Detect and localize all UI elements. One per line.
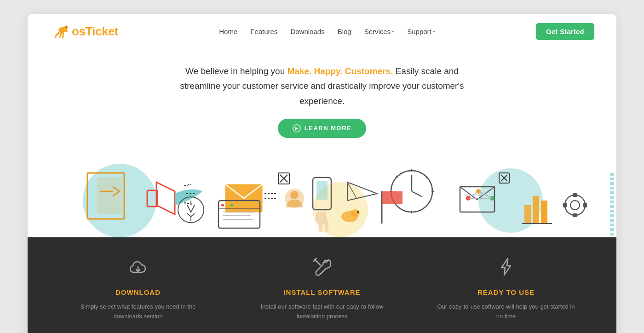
nav-link-features[interactable]: Features <box>250 28 277 35</box>
svg-point-64 <box>226 204 229 207</box>
svg-rect-48 <box>573 213 577 217</box>
feature-download-title: DOWNLOAD <box>69 288 207 296</box>
logo-label: osTicket <box>72 24 118 39</box>
feature-ready-desc: Our easy-to-use software will help you g… <box>437 302 575 322</box>
nav-links: Home Features Downloads Blog Services ▾ … <box>219 28 435 36</box>
logo-os: os <box>72 24 85 38</box>
logo[interactable]: osTicket <box>50 23 118 40</box>
get-started-button[interactable]: Get Started <box>536 23 594 40</box>
nav-item-services[interactable]: Services ▾ <box>364 28 395 35</box>
svg-line-12 <box>184 184 191 186</box>
lightning-icon <box>437 256 575 282</box>
svg-rect-49 <box>563 203 567 207</box>
svg-rect-43 <box>541 201 547 224</box>
play-icon: ▶ <box>293 124 301 132</box>
hero-illustration <box>28 145 616 237</box>
svg-rect-47 <box>573 193 577 197</box>
svg-rect-10 <box>97 178 122 214</box>
wrench-icon <box>253 256 391 282</box>
main-card: osTicket Home Features Downloads Blog Se… <box>28 14 616 333</box>
svg-line-78 <box>315 258 316 259</box>
nav-item-support[interactable]: Support ▾ <box>407 28 435 35</box>
svg-rect-50 <box>583 203 587 207</box>
navigation: osTicket Home Features Downloads Blog Se… <box>28 14 616 49</box>
svg-point-3 <box>66 27 67 28</box>
svg-point-53 <box>357 211 359 213</box>
cloud-download-icon <box>69 256 207 282</box>
feature-install: INSTALL SOFTWARE Install our software fa… <box>253 256 391 322</box>
nav-item-features[interactable]: Features <box>250 28 277 36</box>
svg-rect-41 <box>524 205 531 224</box>
hero-text: We believe in helping you Make. Happy. C… <box>166 64 478 109</box>
nav-item-home[interactable]: Home <box>219 28 237 36</box>
svg-point-65 <box>230 204 233 207</box>
nav-link-support: Support <box>407 28 431 35</box>
hero-section: We believe in helping you Make. Happy. C… <box>28 49 616 138</box>
feature-download-desc: Simply select what features you need in … <box>69 302 207 322</box>
learn-more-button[interactable]: ▶ LEARN MORE <box>278 119 366 138</box>
svg-point-5 <box>61 30 63 32</box>
svg-point-45 <box>565 195 585 215</box>
illustration-svg <box>28 145 616 237</box>
chevron-down-icon-support: ▾ <box>433 29 435 34</box>
feature-download: DOWNLOAD Simply select what features you… <box>69 256 207 322</box>
nav-dropdown-support[interactable]: Support ▾ <box>407 28 435 35</box>
feature-install-title: INSTALL SOFTWARE <box>253 288 391 296</box>
nav-link-downloads[interactable]: Downloads <box>290 28 324 35</box>
learn-more-label: LEARN MORE <box>305 125 351 132</box>
nav-dropdown-services[interactable]: Services ▾ <box>364 28 395 35</box>
svg-rect-42 <box>533 196 539 224</box>
svg-line-28 <box>412 191 422 197</box>
svg-point-63 <box>221 204 224 207</box>
logo-ticket: Ticket <box>85 24 118 38</box>
svg-rect-22 <box>316 181 328 200</box>
svg-line-14 <box>184 203 193 204</box>
hero-text-before: We believe in helping you <box>185 66 285 76</box>
features-section: DOWNLOAD Simply select what features you… <box>28 237 616 333</box>
nav-link-services: Services <box>364 28 391 35</box>
svg-point-52 <box>351 209 360 217</box>
svg-point-67 <box>290 191 299 199</box>
hero-highlight: Make. Happy. Customers. <box>288 66 393 76</box>
nav-link-home[interactable]: Home <box>219 28 237 35</box>
nav-item-blog[interactable]: Blog <box>338 28 351 36</box>
nav-item-downloads[interactable]: Downloads <box>290 28 324 36</box>
logo-kangaroo-icon <box>50 23 70 40</box>
svg-line-24 <box>326 220 327 230</box>
svg-rect-55 <box>382 191 402 204</box>
feature-install-desc: Install our software fast with our easy-… <box>253 302 391 322</box>
svg-line-76 <box>315 259 320 265</box>
nav-link-blog[interactable]: Blog <box>338 28 351 35</box>
svg-point-46 <box>570 201 580 210</box>
feature-ready-title: READY TO USE <box>437 288 575 296</box>
feature-ready: READY TO USE Our easy-to-use software wi… <box>437 256 575 322</box>
chevron-down-icon: ▾ <box>392 29 394 34</box>
